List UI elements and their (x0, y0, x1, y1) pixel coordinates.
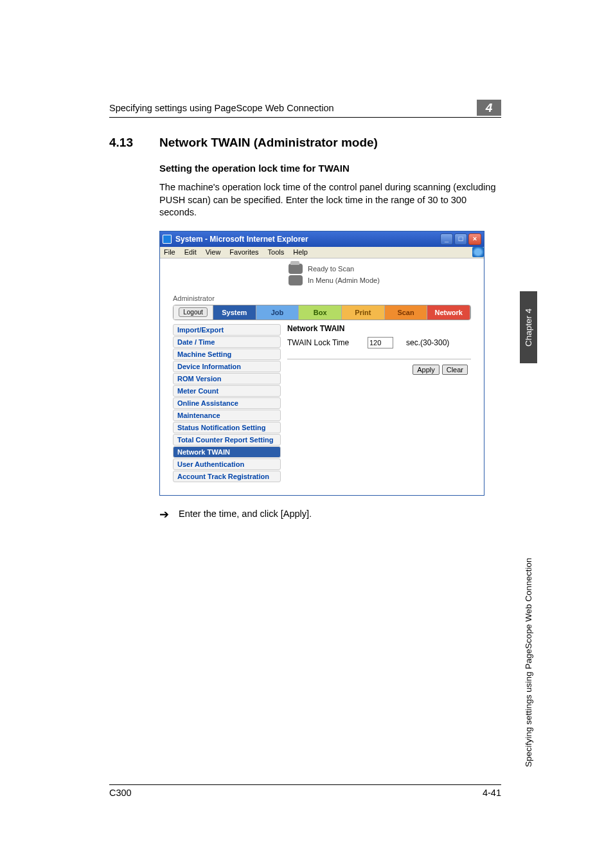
thumb-tab-caption: Specifying settings using PageScope Web … (520, 368, 537, 767)
menu-view[interactable]: View (206, 248, 221, 256)
sidebar-item-device-info[interactable]: Device Information (173, 361, 281, 372)
ie-page-icon (163, 235, 172, 244)
lock-time-input[interactable] (368, 337, 393, 348)
menu-edit[interactable]: Edit (184, 248, 197, 256)
main-tabs: Logout System Job Box Print Scan Network (173, 305, 471, 320)
menu-help[interactable]: Help (293, 248, 308, 256)
section-number: 4.13 (109, 136, 159, 150)
section-title-text: Network TWAIN (Administrator mode) (159, 136, 378, 150)
close-button[interactable]: × (468, 233, 481, 245)
sidebar-item-meter-count[interactable]: Meter Count (173, 385, 281, 397)
section-body: The machine's operation lock time of the… (159, 181, 501, 219)
tab-network[interactable]: Network (427, 305, 470, 320)
window-title: System - Microsoft Internet Explorer (175, 235, 439, 244)
mode-icon (289, 275, 303, 285)
tab-scan[interactable]: Scan (385, 305, 428, 320)
lock-time-suffix: sec.(30-300) (406, 338, 449, 347)
sidebar-item-status-notification[interactable]: Status Notification Setting (173, 422, 281, 433)
page-footer: C300 4-41 (109, 784, 501, 798)
section-subtitle: Setting the operation lock time for TWAI… (159, 163, 501, 174)
pane-separator (287, 359, 471, 359)
lock-time-row: TWAIN Lock Time sec.(30-300) (287, 337, 471, 348)
status-mode: In Menu (Admin Mode) (308, 276, 380, 284)
pane-title: Network TWAIN (287, 324, 471, 333)
sidebar-item-total-counter-report[interactable]: Total Counter Report Setting (173, 434, 281, 446)
sidebar-item-user-authentication[interactable]: User Authentication (173, 458, 281, 470)
printer-icon (289, 264, 303, 274)
logout-button[interactable]: Logout (179, 307, 208, 317)
instruction-text: Enter the time, and click [Apply]. (179, 509, 312, 519)
menu-favorites[interactable]: Favorites (229, 248, 258, 256)
sidebar-item-import-export[interactable]: Import/Export (173, 324, 281, 336)
section-heading: 4.13 Network TWAIN (Administrator mode) (109, 136, 501, 150)
tab-system[interactable]: System (213, 305, 256, 320)
sidebar-item-online-assistance[interactable]: Online Assistance (173, 397, 281, 409)
logout-cell: Logout (173, 305, 213, 320)
running-title: Specifying settings using PageScope Web … (109, 103, 477, 113)
sidebar-item-maintenance[interactable]: Maintenance (173, 410, 281, 421)
thumb-tab-chapter: Chapter 4 (520, 291, 537, 363)
minimize-button[interactable]: _ (440, 233, 453, 245)
apply-button[interactable]: Apply (413, 365, 440, 375)
menu-file[interactable]: File (164, 248, 175, 256)
menu-tools[interactable]: Tools (268, 248, 285, 256)
status-ready: Ready to Scan (308, 265, 354, 273)
maximize-button[interactable]: □ (454, 233, 467, 245)
menubar: File Edit View Favorites Tools Help (160, 247, 484, 258)
arrow-icon: ➔ (159, 509, 179, 520)
sidebar-item-machine-setting[interactable]: Machine Setting (173, 348, 281, 360)
sidebar-item-rom-version[interactable]: ROM Version (173, 373, 281, 384)
window-titlebar: System - Microsoft Internet Explorer _ □… (160, 231, 484, 247)
sidebar-item-account-track-registration[interactable]: Account Track Registration (173, 471, 281, 482)
user-mode-label: Administrator (173, 294, 477, 302)
tab-box[interactable]: Box (299, 305, 342, 320)
chapter-badge: 4 (477, 100, 501, 116)
tab-job[interactable]: Job (256, 305, 299, 320)
ie-logo-icon (472, 247, 484, 257)
content-pane: Network TWAIN TWAIN Lock Time sec.(30-30… (287, 324, 471, 482)
window-body: Ready to Scan In Menu (Admin Mode) Admin… (160, 258, 484, 495)
clear-button[interactable]: Clear (442, 365, 468, 375)
browser-window: System - Microsoft Internet Explorer _ □… (159, 231, 484, 496)
instruction-line: ➔ Enter the time, and click [Apply]. (159, 509, 501, 520)
running-header: Specifying settings using PageScope Web … (109, 100, 501, 118)
sidebar-item-date-time[interactable]: Date / Time (173, 336, 281, 348)
footer-right: 4-41 (483, 788, 501, 798)
tab-print[interactable]: Print (342, 305, 385, 320)
sidebar: Import/Export Date / Time Machine Settin… (173, 324, 281, 482)
lock-time-label: TWAIN Lock Time (287, 338, 355, 347)
footer-left: C300 (109, 788, 132, 798)
sidebar-item-network-twain[interactable]: Network TWAIN (173, 446, 281, 458)
